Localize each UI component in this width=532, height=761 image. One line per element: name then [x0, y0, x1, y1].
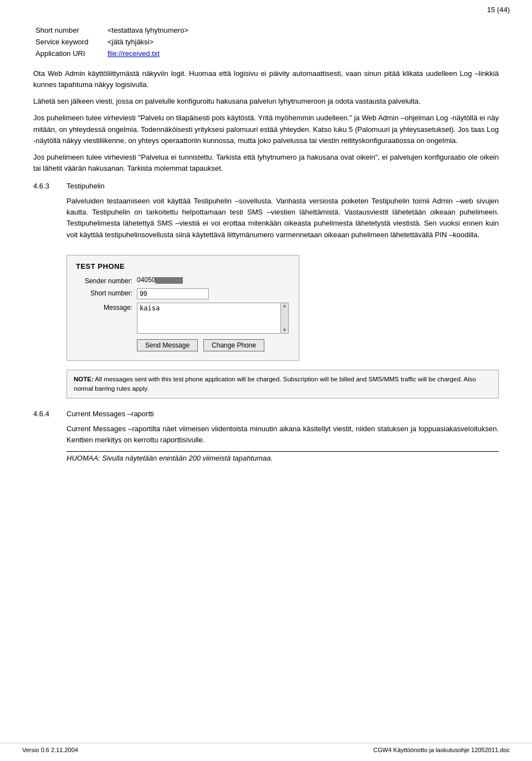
test-phone-title: TEST PHONE: [76, 262, 290, 270]
value-short-number: <testattava lyhytnumero>: [105, 24, 194, 36]
value-application-uri[interactable]: file://received.txt: [105, 48, 194, 59]
sender-value-text: 04050: [137, 276, 183, 284]
paragraph-2: Lähetä sen jälkeen viesti, jossa on palv…: [33, 96, 499, 107]
message-textarea[interactable]: kaisa: [137, 303, 281, 334]
info-table: Short number <testattava lyhytnumero> Se…: [33, 24, 194, 59]
value-service-keyword: <jätä tyhjäksi>: [105, 36, 194, 48]
message-row: Message: kaisa ▲ ▼: [76, 303, 290, 334]
sender-redacted: [155, 277, 183, 284]
section-number-463: 4.6.3: [33, 182, 66, 190]
change-phone-button[interactable]: Change Phone: [203, 339, 264, 351]
note-text: All messages sent with this test phone a…: [74, 376, 476, 392]
section-number-464: 4.6.4: [33, 410, 66, 418]
note-label: NOTE:: [74, 376, 94, 382]
footer-right: CGW4 Käyttöönotto ja laskutusohje 120520…: [374, 747, 510, 753]
table-row: Short number <testattava lyhytnumero>: [33, 24, 194, 36]
paragraph-4: Jos puhelimeen tulee virheviesti "Palvel…: [33, 152, 499, 174]
section-464-italic: HUOMAA: Sivulla näytetään enintään 200 v…: [66, 451, 499, 462]
test-phone-buttons: Send Message Change Phone: [137, 339, 290, 351]
send-message-button[interactable]: Send Message: [137, 339, 198, 351]
note-box: NOTE: All messages sent with this test p…: [66, 370, 499, 399]
footer-left: Versio 0.6 2.11.2004: [22, 747, 78, 753]
section-464-body: Current Messages –raportilta näet viimei…: [66, 423, 499, 446]
paragraph-1: Ota Web Admin käyttöliittymästä näkyviin…: [33, 68, 499, 90]
section-title-464: Current Messages –raportti: [66, 410, 154, 418]
page-footer: Versio 0.6 2.11.2004 CGW4 Käyttöönotto j…: [0, 743, 532, 753]
textarea-scrollbar[interactable]: ▲ ▼: [281, 303, 289, 334]
label-application-uri: Application URI: [33, 48, 105, 59]
scroll-down-arrow: ▼: [283, 328, 287, 333]
sender-label: Sender number:: [76, 276, 137, 285]
section-title-463: Testipuhelin: [66, 182, 105, 190]
scroll-up-arrow: ▲: [283, 304, 287, 308]
sender-row: Sender number: 04050: [76, 276, 290, 285]
short-number-label: Short number:: [76, 288, 137, 297]
section-463-body: Palveluiden testaamiseen voit käyttää Te…: [66, 196, 499, 241]
section-463-header: 4.6.3 Testipuhelin: [33, 182, 499, 190]
table-row: Application URI file://received.txt: [33, 48, 194, 59]
short-number-row: Short number:: [76, 288, 290, 299]
test-phone-box: TEST PHONE Sender number: 04050 Short nu…: [66, 255, 299, 361]
label-service-keyword: Service keyword: [33, 36, 105, 48]
message-label: Message:: [76, 303, 137, 311]
table-row: Service keyword <jätä tyhjäksi>: [33, 36, 194, 48]
short-number-input[interactable]: [137, 288, 209, 299]
message-textarea-wrap: kaisa ▲ ▼: [137, 303, 289, 334]
page-number: 15 (44): [0, 0, 532, 17]
label-short-number: Short number: [33, 24, 105, 36]
paragraph-3: Jos puhelimeen tulee virheviesti "Palvel…: [33, 113, 499, 146]
section-464-header: 4.6.4 Current Messages –raportti: [33, 410, 499, 418]
